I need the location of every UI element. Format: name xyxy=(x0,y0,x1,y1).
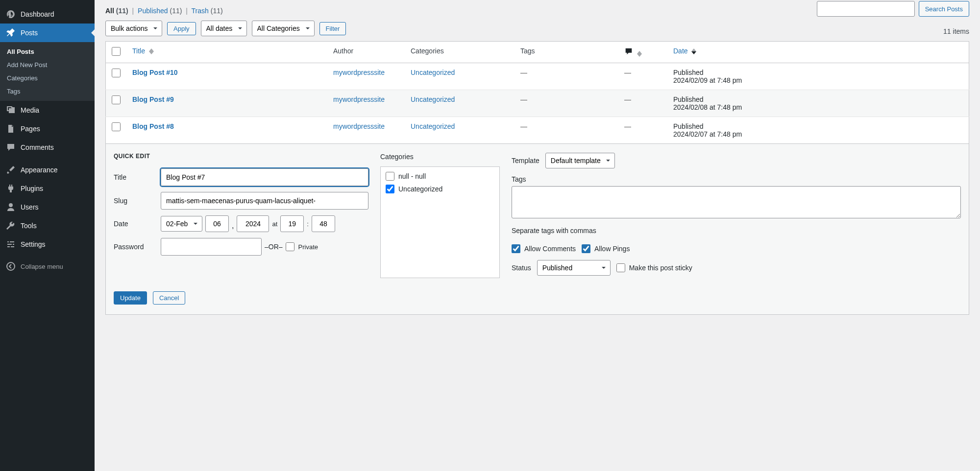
sidebar-label: Posts xyxy=(21,29,38,37)
qe-allow-comments-checkbox[interactable] xyxy=(512,244,520,253)
category-filter-select[interactable]: All Categories xyxy=(252,21,315,36)
sidebar-subitem-addnew[interactable]: Add New Post xyxy=(0,58,95,71)
category-name: Uncategorized xyxy=(398,185,442,193)
qe-allow-pings-label: Allow Pings xyxy=(594,245,630,253)
sidebar-item-tools[interactable]: Tools xyxy=(0,216,95,235)
sidebar-item-dashboard[interactable]: Dashboard xyxy=(0,5,95,24)
tag-value: — xyxy=(520,69,527,76)
filter-trash[interactable]: Trash xyxy=(192,7,209,15)
qe-status-label: Status xyxy=(512,264,531,272)
date-value: 2024/02/07 at 7:48 pm xyxy=(673,130,963,138)
sidebar-subitem-allposts[interactable]: All Posts xyxy=(0,45,95,58)
category-checkbox[interactable] xyxy=(386,172,394,181)
cancel-button[interactable]: Cancel xyxy=(153,291,185,305)
qe-private-checkbox[interactable] xyxy=(286,242,294,251)
quick-edit-heading: QUICK EDIT xyxy=(114,153,368,160)
apply-button[interactable]: Apply xyxy=(167,22,196,35)
qe-title-input[interactable] xyxy=(161,168,368,186)
pin-icon xyxy=(6,28,16,38)
table-row: Blog Post #9mywordpresssiteUncategorized… xyxy=(106,90,969,117)
author-link[interactable]: mywordpresssite xyxy=(333,69,385,76)
col-title[interactable]: Title xyxy=(126,42,327,63)
col-tags[interactable]: Tags xyxy=(514,42,618,63)
col-author[interactable]: Author xyxy=(327,42,405,63)
date-status: Published xyxy=(673,122,963,130)
category-link[interactable]: Uncategorized xyxy=(411,69,455,76)
search-posts-button[interactable]: Search Posts xyxy=(919,1,969,17)
category-link[interactable]: Uncategorized xyxy=(411,95,455,103)
qe-slug-input[interactable] xyxy=(161,192,368,210)
sidebar-item-comments[interactable]: Comments xyxy=(0,138,95,157)
sidebar-label: Plugins xyxy=(21,185,43,192)
author-link[interactable]: mywordpresssite xyxy=(333,95,385,103)
qe-password-input[interactable] xyxy=(161,238,262,256)
sidebar-item-users[interactable]: Users xyxy=(0,198,95,216)
user-icon xyxy=(6,202,16,212)
sidebar-item-posts[interactable]: Posts xyxy=(0,24,95,42)
qe-year-input[interactable] xyxy=(237,215,269,232)
qe-slug-label: Slug xyxy=(114,197,161,205)
table-row: Blog Post #8mywordpresssiteUncategorized… xyxy=(106,117,969,144)
date-value: 2024/02/09 at 7:48 pm xyxy=(673,76,963,84)
category-option[interactable]: null - null xyxy=(386,172,494,181)
sort-indicator-icon xyxy=(691,48,696,54)
row-checkbox[interactable] xyxy=(112,95,121,104)
select-all-checkbox[interactable] xyxy=(112,47,121,56)
quick-edit-panel: QUICK EDIT Title Slug Date 02-Feb xyxy=(105,144,969,315)
post-title-link[interactable]: Blog Post #10 xyxy=(132,69,178,76)
row-checkbox[interactable] xyxy=(112,122,121,131)
date-filter-select[interactable]: All dates xyxy=(201,21,247,36)
media-icon xyxy=(6,105,16,115)
qe-password-label: Password xyxy=(114,243,161,251)
search-input[interactable] xyxy=(817,1,915,17)
sidebar-item-pages[interactable]: Pages xyxy=(0,119,95,138)
author-link[interactable]: mywordpresssite xyxy=(333,122,385,130)
sidebar-item-appearance[interactable]: Appearance xyxy=(0,161,95,179)
qe-sticky-checkbox[interactable] xyxy=(616,263,625,272)
qe-tags-hint: Separate tags with commas xyxy=(512,227,961,235)
qe-at-label: at xyxy=(272,220,277,228)
qe-day-input[interactable] xyxy=(205,215,229,232)
filter-published[interactable]: Published xyxy=(138,7,168,15)
items-count: 11 items xyxy=(943,27,969,35)
comment-count: — xyxy=(624,122,631,130)
collapse-menu[interactable]: Collapse menu xyxy=(0,257,95,276)
sort-indicator-icon xyxy=(149,48,154,54)
posts-table: Title Author Categories Tags Date xyxy=(105,41,969,144)
sidebar-label: Appearance xyxy=(21,166,58,174)
filter-all[interactable]: All (11) xyxy=(105,7,128,15)
col-categories[interactable]: Categories xyxy=(405,42,514,63)
page-icon xyxy=(6,124,16,134)
sidebar-item-plugins[interactable]: Plugins xyxy=(0,179,95,198)
qe-template-label: Template xyxy=(512,157,539,165)
qe-month-select[interactable]: 02-Feb xyxy=(161,216,202,232)
post-title-link[interactable]: Blog Post #8 xyxy=(132,122,174,130)
post-title-link[interactable]: Blog Post #9 xyxy=(132,95,174,103)
bulk-actions-select[interactable]: Bulk actions xyxy=(105,21,162,36)
row-checkbox[interactable] xyxy=(112,69,121,77)
col-comments[interactable] xyxy=(618,42,667,63)
qe-minute-input[interactable] xyxy=(312,215,335,232)
sidebar-subitem-categories[interactable]: Categories xyxy=(0,71,95,85)
table-row: Blog Post #10mywordpresssiteUncategorize… xyxy=(106,63,969,90)
qe-template-select[interactable]: Default template xyxy=(545,153,615,168)
tag-value: — xyxy=(520,95,527,103)
qe-status-select[interactable]: Published xyxy=(537,260,611,276)
category-link[interactable]: Uncategorized xyxy=(411,122,455,130)
qe-tags-textarea[interactable] xyxy=(512,186,961,218)
col-date[interactable]: Date xyxy=(667,42,969,63)
comment-count: — xyxy=(624,95,631,103)
filter-button[interactable]: Filter xyxy=(319,22,346,35)
sidebar-label: Settings xyxy=(21,240,46,248)
sidebar-item-media[interactable]: Media xyxy=(0,101,95,119)
category-option[interactable]: Uncategorized xyxy=(386,185,494,193)
qe-allow-pings-checkbox[interactable] xyxy=(582,244,590,253)
tag-value: — xyxy=(520,122,527,130)
comment-bubble-icon xyxy=(624,47,633,56)
update-button[interactable]: Update xyxy=(114,291,147,305)
sidebar-label: Dashboard xyxy=(21,10,54,18)
sidebar-item-settings[interactable]: Settings xyxy=(0,235,95,254)
category-checkbox[interactable] xyxy=(386,185,394,193)
qe-hour-input[interactable] xyxy=(280,215,304,232)
sidebar-subitem-tags[interactable]: Tags xyxy=(0,85,95,98)
